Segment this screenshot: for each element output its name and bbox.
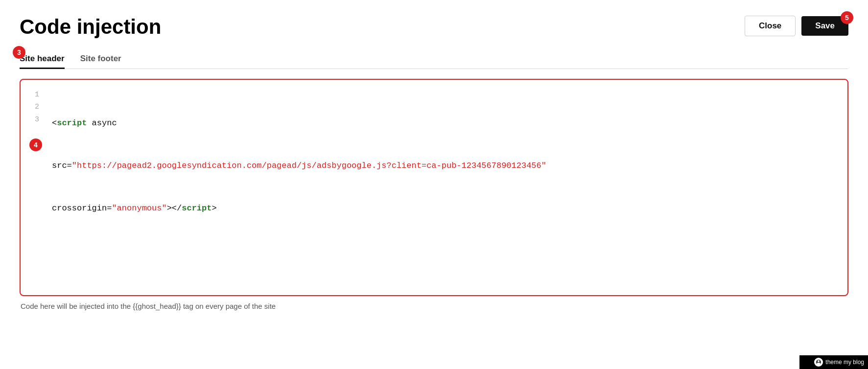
line-num-2: 2: [29, 101, 39, 114]
bracket-open: <: [52, 118, 57, 128]
svg-point-2: [817, 363, 821, 365]
tag-script: script: [57, 118, 87, 128]
code-line-1: <script async: [52, 116, 839, 131]
line-num-1: 1: [29, 89, 39, 101]
bottom-branding-bar: theme my blog: [799, 355, 868, 369]
page-title: Code injection: [20, 16, 161, 38]
code-editor[interactable]: 1 2 3 <script async src="https://pagead2…: [20, 79, 848, 296]
line-num-3: 3: [29, 114, 39, 126]
line-numbers: 1 2 3: [21, 80, 45, 295]
editor-badge: 4: [29, 138, 42, 151]
code-content[interactable]: <script async src="https://pagead2.googl…: [45, 80, 847, 295]
branding-logo: theme my blog: [814, 358, 864, 367]
svg-point-1: [818, 360, 820, 362]
tabs-row: 3 Site header Site footer: [20, 50, 848, 69]
close-button[interactable]: Close: [745, 16, 796, 36]
save-badge: 5: [841, 11, 853, 24]
header-buttons: Close Save 5: [745, 16, 848, 36]
tab-badge: 3: [13, 46, 25, 59]
logo-icon: [814, 358, 823, 367]
branding-label: theme my blog: [825, 359, 864, 366]
code-line-2: src="https://pagead2.googlesyndication.c…: [52, 159, 839, 173]
tab-site-footer[interactable]: Site footer: [80, 50, 121, 69]
tab-site-header[interactable]: 3 Site header: [20, 50, 65, 69]
code-line-3: crossorigin="anonymous"></script>: [52, 202, 839, 216]
footer-note: Code here will be injected into the {{gh…: [20, 302, 848, 310]
